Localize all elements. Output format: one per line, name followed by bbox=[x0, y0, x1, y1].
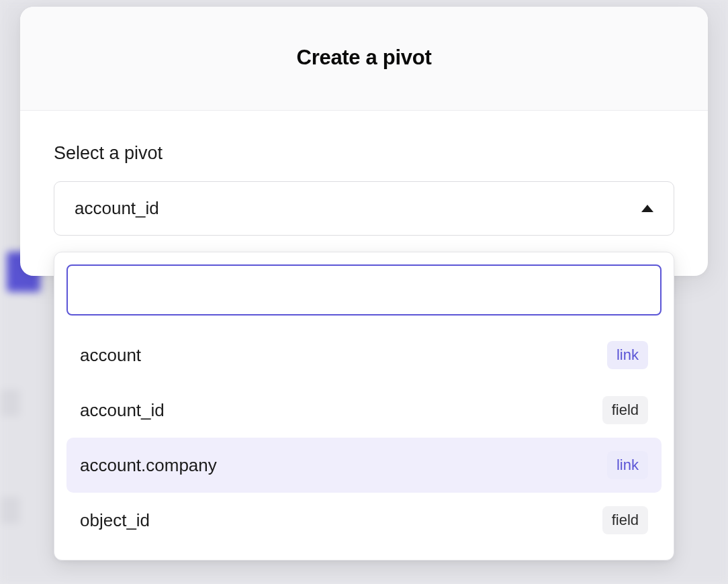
pivot-search-input[interactable] bbox=[66, 264, 662, 315]
pivot-option-label: account_id bbox=[80, 400, 165, 421]
create-pivot-modal: Create a pivot Select a pivot account_id… bbox=[20, 7, 708, 276]
modal-body: Select a pivot account_id accountlinkacc… bbox=[20, 111, 708, 276]
pivot-field-label: Select a pivot bbox=[54, 143, 674, 164]
pivot-select[interactable]: account_id bbox=[54, 181, 674, 236]
pivot-option-badge: link bbox=[607, 341, 648, 369]
pivot-option-badge: field bbox=[602, 396, 648, 424]
caret-up-icon bbox=[641, 205, 653, 212]
pivot-option-badge: link bbox=[607, 451, 648, 479]
pivot-option-label: account bbox=[80, 345, 141, 366]
modal-header: Create a pivot bbox=[20, 7, 708, 111]
pivot-option-label: account.company bbox=[80, 455, 217, 476]
pivot-option[interactable]: account.companylink bbox=[66, 438, 662, 493]
pivot-option[interactable]: account_idfield bbox=[66, 383, 662, 438]
pivot-option-label: object_id bbox=[80, 510, 150, 531]
pivot-option[interactable]: object_idfield bbox=[66, 493, 662, 548]
pivot-dropdown: accountlinkaccount_idfieldaccount.compan… bbox=[54, 252, 674, 561]
modal-title: Create a pivot bbox=[34, 46, 694, 70]
pivot-option[interactable]: accountlink bbox=[66, 328, 662, 383]
pivot-option-badge: field bbox=[602, 506, 648, 534]
pivot-select-value: account_id bbox=[75, 198, 159, 219]
